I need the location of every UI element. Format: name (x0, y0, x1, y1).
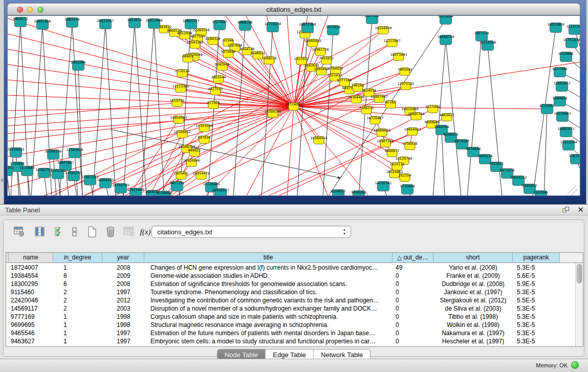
table-cell[interactable]: 0 (393, 272, 433, 280)
table-cell[interactable]: 0 (393, 337, 433, 345)
table-cell[interactable]: 1 (53, 337, 102, 345)
table-cell[interactable]: 9699695 (9, 321, 53, 329)
table-row[interactable]: 977716911998Corpus callosum shape and si… (6, 313, 583, 321)
table-cell[interactable]: 2 (53, 288, 102, 296)
new-column-button[interactable] (85, 225, 99, 238)
table-cell[interactable]: Investigating the contribution of common… (144, 296, 393, 304)
table-cell[interactable]: Hescheler et al. (1997) (433, 337, 513, 345)
splitter-collapse-arrow[interactable] (1, 178, 3, 182)
table-cell[interactable]: 0 (393, 280, 433, 288)
table-cell[interactable]: 9465546 (9, 329, 53, 337)
network-canvas[interactable]: 7663822896012689129542226025898275038186… (7, 15, 580, 196)
table-cell[interactable]: 0 (393, 288, 433, 296)
table-cell[interactable]: 5.9E-5 (513, 280, 560, 288)
table-cell[interactable]: 18300295 (9, 280, 53, 288)
table-cell[interactable]: Jankovic et al. (1997) (433, 288, 513, 296)
table-cell[interactable]: 1997 (102, 337, 144, 345)
table-cell[interactable]: 2 (53, 304, 102, 313)
table-cell[interactable]: Embryonic stem cells: a model to study s… (144, 337, 393, 345)
vertical-scrollbar[interactable] (575, 263, 583, 346)
table-cell[interactable]: Wolkin et al. (1998) (433, 321, 513, 329)
table-cell[interactable]: 1997 (102, 288, 144, 296)
table-cell[interactable]: 1 (53, 313, 102, 321)
table-cell[interactable]: 5.6E-5 (513, 272, 560, 280)
table-cell[interactable]: 0 (393, 296, 433, 304)
table-row[interactable]: 946554611997Estimation of the future num… (6, 329, 583, 337)
table-cell[interactable]: 5.3E-5 (513, 337, 560, 345)
network-window-titlebar[interactable]: citations_edges.txt (7, 3, 580, 15)
column-header-title[interactable]: title (144, 253, 393, 262)
table-cell[interactable]: 2 (53, 296, 102, 304)
table-cell[interactable]: 49 (393, 264, 433, 272)
table-cell[interactable]: 5.5E-5 (513, 296, 560, 304)
table-row[interactable]: 1830029562008Estimation of significance … (6, 280, 583, 288)
column-header-pagerank[interactable]: pagerank (513, 253, 560, 262)
table-cell[interactable]: 6 (53, 280, 102, 288)
table-cell[interactable]: Estimation of the future numbers of pati… (144, 329, 393, 337)
scrollbar-thumb[interactable] (577, 264, 582, 283)
table-cell[interactable]: 2009 (102, 272, 144, 280)
tab-network-table[interactable]: Network Table (314, 349, 370, 360)
table-cell[interactable]: Changes of HCN gene expression and I(f) … (144, 264, 393, 272)
table-cell[interactable]: Tibbo et al. (1998) (433, 313, 513, 321)
column-header-short[interactable]: short (433, 253, 513, 262)
table-cell[interactable]: Tourette syndrome. Phenomenology and cla… (144, 288, 393, 296)
delete-column-button[interactable] (104, 225, 117, 238)
float-panel-icon[interactable] (562, 207, 570, 214)
function-builder-button[interactable]: f(x) (139, 225, 152, 238)
table-row[interactable]: 946362711997Embryonic stem cells: a mode… (6, 337, 583, 345)
table-cell[interactable]: 19384554 (9, 272, 53, 280)
show-columns-button[interactable] (33, 225, 47, 238)
column-header-out_de[interactable]: △ out_de… (393, 253, 433, 262)
node-table[interactable]: namein_degreeyeartitle△ out_de…shortpage… (6, 252, 583, 347)
table-cell[interactable]: 0 (393, 304, 433, 313)
table-cell[interactable]: 9777169 (9, 313, 53, 321)
table-selector-dropdown[interactable]: citations_edges.txt ▲▼ (151, 226, 351, 238)
table-cell[interactable]: 0 (393, 313, 433, 321)
table-cell[interactable]: 2008 (102, 280, 144, 288)
table-cell[interactable]: Corpus callosum shape and size in male p… (144, 313, 393, 321)
table-row[interactable]: 2242004622012Investigating the contribut… (6, 296, 583, 304)
table-row[interactable]: 1938455462009Genome-wide association stu… (6, 272, 583, 280)
table-cell[interactable]: de Silva et al. (2003) (433, 304, 513, 313)
column-header-year[interactable]: year (102, 253, 144, 262)
table-cell[interactable]: 5.3E-5 (513, 288, 560, 296)
table-mode-button[interactable] (13, 225, 26, 238)
table-cell[interactable]: 1 (53, 329, 102, 337)
table-row[interactable]: 911546021997Tourette syndrome. Phenomeno… (6, 288, 583, 296)
column-header-in_degree[interactable]: in_degree (53, 253, 102, 262)
import-table-button[interactable] (122, 225, 136, 238)
column-header-name[interactable]: name (9, 253, 53, 262)
table-row[interactable]: 969969511998Structural magnetic resonanc… (6, 321, 583, 329)
table-cell[interactable]: 2012 (102, 296, 144, 304)
table-cell[interactable]: 22420046 (9, 296, 53, 304)
tab-node-table[interactable]: Node Table (217, 349, 266, 360)
table-cell[interactable]: 5.3E-5 (513, 304, 560, 313)
table-cell[interactable]: 0 (393, 329, 433, 337)
table-cell[interactable]: 9115460 (9, 288, 53, 296)
table-cell[interactable]: Structural magnetic resonance image aver… (144, 321, 393, 329)
table-cell[interactable]: Yano et al. (2008) (433, 264, 513, 272)
table-cell[interactable]: Stergiakouli et al. (2012) (433, 296, 513, 304)
table-cell[interactable]: Dudbridge et al. (2008) (433, 280, 513, 288)
table-cell[interactable]: 2003 (102, 304, 144, 313)
close-panel-icon[interactable]: ✕ (577, 205, 584, 214)
table-cell[interactable]: Disruption of a novel member of a sodium… (144, 304, 393, 313)
tab-edge-table[interactable]: Edge Table (266, 349, 314, 360)
table-cell[interactable]: 6 (53, 272, 102, 280)
table-cell[interactable]: 5.3E-5 (513, 264, 560, 272)
memory-indicator-icon[interactable] (571, 361, 579, 369)
table-cell[interactable]: Estimation of significance thresholds fo… (144, 280, 393, 288)
table-row[interactable]: 1872400712008Changes of HCN gene express… (6, 264, 583, 272)
table-cell[interactable]: 1998 (102, 321, 144, 329)
table-cell[interactable]: 5.3E-5 (513, 313, 560, 321)
table-row[interactable]: 1456911722003Disruption of a novel membe… (6, 304, 583, 313)
table-cell[interactable]: 1998 (102, 313, 144, 321)
table-cell[interactable]: 1997 (102, 329, 144, 337)
table-cell[interactable]: 0 (393, 321, 433, 329)
table-cell[interactable]: 18724007 (9, 264, 53, 272)
table-cell[interactable]: 9463627 (9, 337, 53, 345)
table-cell[interactable]: Franke et al. (2009) (433, 272, 513, 280)
table-cell[interactable]: Genome-wide association studies in ADHD. (144, 272, 393, 280)
table-cell[interactable]: 1 (53, 264, 102, 272)
